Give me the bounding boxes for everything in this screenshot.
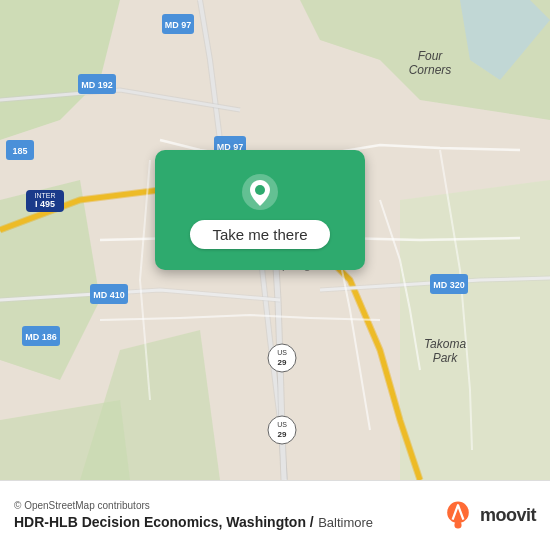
- svg-text:Four: Four: [418, 49, 444, 63]
- moovit-brand-icon: [440, 498, 476, 534]
- svg-text:MD 320: MD 320: [433, 280, 465, 290]
- svg-text:Corners: Corners: [409, 63, 452, 77]
- svg-text:MD 97: MD 97: [165, 20, 192, 30]
- svg-text:MD 186: MD 186: [25, 332, 57, 342]
- take-me-there-button[interactable]: Take me there: [190, 220, 329, 249]
- moovit-logo: moovit: [440, 498, 536, 534]
- svg-text:Takoma: Takoma: [424, 337, 467, 351]
- svg-text:MD 192: MD 192: [81, 80, 113, 90]
- map-container: MD 97 MD 97 MD 192 185 INTER I 495 MD 41…: [0, 0, 550, 480]
- svg-text:29: 29: [278, 358, 287, 367]
- svg-text:INTER: INTER: [35, 192, 56, 199]
- svg-text:185: 185: [12, 146, 27, 156]
- svg-text:MD 410: MD 410: [93, 290, 125, 300]
- company-location: Baltimore: [318, 515, 373, 530]
- company-info: HDR-HLB Decision Economics, Washington /…: [14, 513, 373, 531]
- bottom-bar: © OpenStreetMap contributors HDR-HLB Dec…: [0, 480, 550, 550]
- svg-text:US: US: [277, 349, 287, 356]
- bottom-left-info: © OpenStreetMap contributors HDR-HLB Dec…: [14, 500, 373, 531]
- navigation-card: Take me there: [155, 150, 365, 270]
- location-pin-icon: [240, 172, 280, 212]
- svg-text:Park: Park: [433, 351, 459, 365]
- company-name: HDR-HLB Decision Economics, Washington /: [14, 514, 314, 530]
- map-attribution: © OpenStreetMap contributors: [14, 500, 373, 511]
- moovit-label: moovit: [480, 505, 536, 526]
- svg-text:29: 29: [278, 430, 287, 439]
- svg-text:US: US: [277, 421, 287, 428]
- svg-text:I 495: I 495: [35, 199, 55, 209]
- svg-point-30: [255, 185, 265, 195]
